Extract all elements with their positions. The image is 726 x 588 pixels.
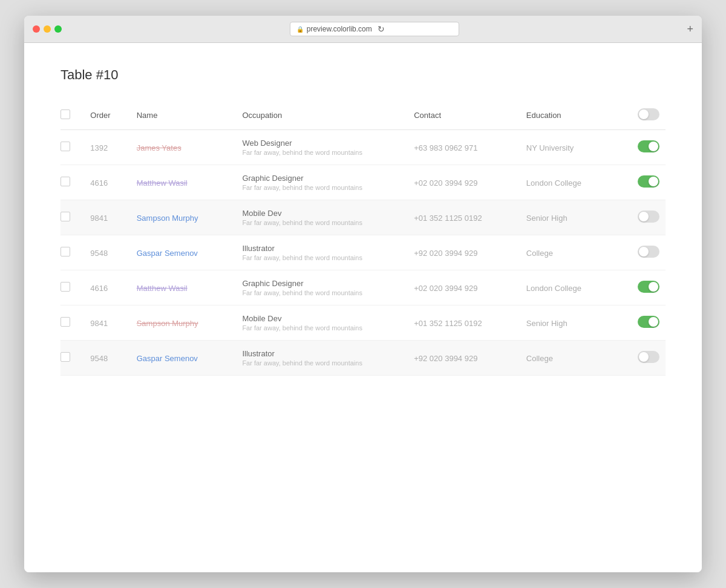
row-checkbox-cell — [60, 130, 84, 165]
lock-icon: 🔒 — [296, 26, 304, 33]
maximize-button[interactable] — [54, 25, 62, 33]
row-checkbox[interactable] — [60, 352, 70, 362]
row-toggle-track — [638, 246, 659, 258]
row-checkbox[interactable] — [60, 142, 70, 151]
header-checkbox-cell — [60, 101, 84, 130]
row-contact: +63 983 0962 971 — [408, 130, 520, 165]
row-education: College — [520, 235, 626, 270]
header-toggle-track — [638, 108, 659, 120]
table-row: 4616 Matthew Wasil Graphic Designer Far … — [60, 270, 666, 305]
row-contact: +92 020 3994 929 — [408, 341, 520, 376]
row-order: 9548 — [84, 235, 130, 270]
row-checkbox-cell — [60, 235, 84, 270]
row-name: James Yates — [131, 130, 237, 165]
row-toggle[interactable] — [638, 316, 659, 328]
row-toggle[interactable] — [638, 140, 659, 152]
row-checkbox[interactable] — [60, 247, 70, 256]
table-header: Order Name Occupation Contact Education — [60, 101, 666, 130]
row-toggle-cell — [626, 165, 666, 200]
row-order: 9841 — [84, 305, 130, 341]
row-toggle-thumb — [649, 317, 658, 327]
row-toggle[interactable] — [638, 246, 659, 258]
row-name: Gaspar Semenov — [131, 341, 237, 376]
table-row: 1392 James Yates Web Designer Far far aw… — [60, 130, 666, 165]
browser-window: 🔒 preview.colorlib.com ↻ + Table #10 Ord… — [24, 16, 702, 572]
table-row: 9841 Sampson Murphy Mobile Dev Far far a… — [60, 200, 666, 235]
row-toggle-cell — [626, 270, 666, 305]
row-toggle-cell — [626, 305, 666, 341]
header-order: Order — [84, 101, 130, 130]
row-education: London College — [520, 165, 626, 200]
row-toggle-thumb — [639, 352, 649, 362]
row-toggle[interactable] — [638, 211, 659, 223]
row-checkbox-cell — [60, 165, 84, 200]
page-title: Table #10 — [60, 67, 666, 83]
row-toggle[interactable] — [638, 175, 659, 188]
row-occupation: Illustrator Far far away, behind the wor… — [236, 341, 408, 376]
row-checkbox-cell — [60, 270, 84, 305]
row-toggle-track — [638, 281, 659, 293]
header-toggle[interactable] — [638, 108, 659, 120]
row-toggle-cell — [626, 130, 666, 165]
row-name: Gaspar Semenov — [131, 235, 237, 270]
row-toggle[interactable] — [638, 351, 659, 363]
row-contact: +92 020 3994 929 — [408, 235, 520, 270]
row-toggle-thumb — [639, 247, 649, 256]
row-education: Senior High — [520, 200, 626, 235]
row-order: 4616 — [84, 165, 130, 200]
table-container: Order Name Occupation Contact Education — [60, 101, 666, 376]
row-checkbox[interactable] — [60, 317, 70, 327]
traffic-lights — [33, 25, 62, 33]
row-checkbox[interactable] — [60, 212, 70, 221]
row-toggle-thumb — [639, 212, 649, 221]
url-text: preview.colorlib.com — [307, 25, 372, 33]
row-checkbox-cell — [60, 305, 84, 341]
main-table: Order Name Occupation Contact Education — [60, 101, 666, 376]
row-name: Matthew Wasil — [131, 270, 237, 305]
new-tab-button[interactable]: + — [687, 24, 693, 34]
row-name: Matthew Wasil — [131, 165, 237, 200]
row-order: 9841 — [84, 200, 130, 235]
row-education: College — [520, 341, 626, 376]
row-toggle-cell — [626, 200, 666, 235]
minimize-button[interactable] — [44, 25, 51, 33]
row-toggle[interactable] — [638, 281, 659, 293]
row-order: 9548 — [84, 341, 130, 376]
row-toggle-thumb — [649, 142, 658, 151]
header-toggle-cell — [626, 101, 666, 130]
row-toggle-track — [638, 316, 659, 328]
header-occupation: Occupation — [236, 101, 408, 130]
row-occupation: Graphic Designer Far far away, behind th… — [236, 270, 408, 305]
row-order: 1392 — [84, 130, 130, 165]
row-occupation: Mobile Dev Far far away, behind the word… — [236, 305, 408, 341]
row-name: Sampson Murphy — [131, 305, 237, 341]
table-row: 4616 Matthew Wasil Graphic Designer Far … — [60, 165, 666, 200]
row-toggle-thumb — [649, 282, 658, 292]
row-contact: +01 352 1125 0192 — [408, 200, 520, 235]
row-name: Sampson Murphy — [131, 200, 237, 235]
header-education: Education — [520, 101, 626, 130]
table-body: 1392 James Yates Web Designer Far far aw… — [60, 130, 666, 376]
row-checkbox-cell — [60, 200, 84, 235]
row-contact: +02 020 3994 929 — [408, 165, 520, 200]
row-occupation: Illustrator Far far away, behind the wor… — [236, 235, 408, 270]
header-checkbox[interactable] — [60, 109, 70, 119]
header-contact: Contact — [408, 101, 520, 130]
refresh-button[interactable]: ↻ — [378, 24, 385, 34]
row-toggle-track — [638, 175, 659, 188]
url-bar[interactable]: 🔒 preview.colorlib.com ↻ — [290, 22, 459, 36]
row-checkbox-cell — [60, 341, 84, 376]
row-toggle-track — [638, 140, 659, 152]
browser-content: Table #10 Order Name Occupation Contact … — [24, 43, 702, 572]
row-toggle-cell — [626, 341, 666, 376]
row-contact: +01 352 1125 0192 — [408, 305, 520, 341]
row-checkbox[interactable] — [60, 282, 70, 292]
row-education: London College — [520, 270, 626, 305]
close-button[interactable] — [33, 25, 40, 33]
row-order: 4616 — [84, 270, 130, 305]
table-row: 9841 Sampson Murphy Mobile Dev Far far a… — [60, 305, 666, 341]
row-checkbox[interactable] — [60, 177, 70, 186]
table-row: 9548 Gaspar Semenov Illustrator Far far … — [60, 341, 666, 376]
row-toggle-thumb — [649, 177, 658, 186]
table-row: 9548 Gaspar Semenov Illustrator Far far … — [60, 235, 666, 270]
